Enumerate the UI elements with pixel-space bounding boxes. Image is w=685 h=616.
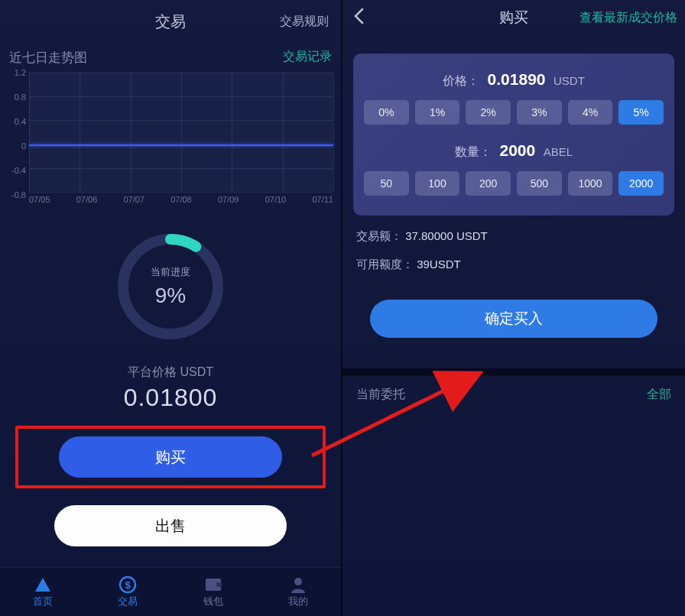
tab-label: 我的 xyxy=(288,595,308,608)
qty-chips: 50 100 200 500 1000 2000 xyxy=(364,171,664,196)
home-icon xyxy=(33,576,53,593)
price-field-label: 价格： xyxy=(443,74,479,87)
qty-chip-2000[interactable]: 2000 xyxy=(618,171,664,196)
trade-records-link[interactable]: 交易记录 xyxy=(283,49,332,66)
price-chart: 1.2 0.8 0.4 0 -0.4 -0.8 07/05 07/06 xyxy=(0,73,341,210)
percent-chip-5[interactable]: 5% xyxy=(618,100,664,125)
price-value: 0.01800 xyxy=(0,384,341,412)
svg-text:$: $ xyxy=(125,579,131,591)
qty-chip-200[interactable]: 200 xyxy=(466,171,511,196)
avail-value: 39USDT xyxy=(417,258,461,271)
tab-profile[interactable]: 我的 xyxy=(256,568,342,616)
price-field-value: 0.01890 xyxy=(488,70,546,88)
trade-icon: $ xyxy=(118,576,138,593)
percent-chip-2[interactable]: 2% xyxy=(466,100,511,125)
all-orders-link[interactable]: 全部 xyxy=(647,387,671,403)
available-line: 可用额度： 39USDT xyxy=(356,258,671,272)
amount-value: 37.80000 USDT xyxy=(405,229,488,242)
progress-section: 当前进度 9% xyxy=(0,230,341,343)
progress-value: 9% xyxy=(155,284,186,308)
buy-button-highlight: 购买 xyxy=(15,426,326,488)
qty-chip-50[interactable]: 50 xyxy=(364,171,409,196)
latest-price-link[interactable]: 查看最新成交价格 xyxy=(579,10,677,26)
percent-chip-1[interactable]: 1% xyxy=(415,100,460,125)
price-row: 价格： 0.01890 USDT xyxy=(364,70,664,89)
section-divider xyxy=(342,368,685,376)
current-orders-label: 当前委托 xyxy=(356,387,405,403)
qty-field-unit: ABEL xyxy=(544,145,573,158)
profile-icon xyxy=(288,576,308,593)
chart-y-axis: 1.2 0.8 0.4 0 -0.4 -0.8 xyxy=(5,73,28,195)
back-button[interactable] xyxy=(353,8,364,28)
tab-home[interactable]: 首页 xyxy=(0,568,86,616)
left-header: 交易 交易规则 xyxy=(0,0,341,43)
qty-chip-100[interactable]: 100 xyxy=(415,171,460,196)
orders-header: 当前委托 全部 xyxy=(342,376,685,413)
svg-rect-5 xyxy=(216,582,222,587)
percent-chips: 0% 1% 2% 3% 4% 5% xyxy=(364,100,664,125)
tab-label: 首页 xyxy=(33,595,53,608)
buy-button[interactable]: 购买 xyxy=(59,436,282,478)
right-header: 购买 查看最新成交价格 xyxy=(342,0,685,35)
wallet-icon xyxy=(203,576,223,593)
trade-amount-line: 交易额： 37.80000 USDT xyxy=(356,229,671,244)
chart-plot-area xyxy=(29,73,333,192)
progress-label: 当前进度 xyxy=(151,265,190,279)
page-title: 交易 xyxy=(155,11,186,32)
price-block: 平台价格 USDT 0.01800 xyxy=(0,365,341,412)
sell-button[interactable]: 出售 xyxy=(54,505,286,546)
price-field-unit: USDT xyxy=(554,74,585,87)
chart-series-line xyxy=(29,144,333,146)
order-card: 价格： 0.01890 USDT 0% 1% 2% 3% 4% 5% 数量： 2… xyxy=(353,53,674,216)
chart-title: 近七日走势图 xyxy=(9,49,87,66)
progress-ring: 当前进度 9% xyxy=(114,230,227,343)
tab-wallet[interactable]: 钱包 xyxy=(170,568,256,616)
qty-field-label: 数量： xyxy=(455,145,492,158)
bottom-tabbar: 首页 $ 交易 钱包 我的 xyxy=(0,567,341,616)
chart-x-axis: 07/05 07/06 07/07 07/08 07/09 07/10 07/1… xyxy=(29,195,333,204)
confirm-buy-button[interactable]: 确定买入 xyxy=(370,300,657,338)
amount-label: 交易额： xyxy=(356,229,402,242)
chevron-left-icon xyxy=(353,8,364,24)
qty-chip-1000[interactable]: 1000 xyxy=(568,171,613,196)
qty-field-value: 2000 xyxy=(499,141,535,159)
tab-label: 交易 xyxy=(118,595,138,608)
percent-chip-4[interactable]: 4% xyxy=(568,100,613,125)
sub-header: 近七日走势图 交易记录 xyxy=(0,43,341,73)
percent-chip-0[interactable]: 0% xyxy=(364,100,409,125)
price-label: 平台价格 USDT xyxy=(0,365,341,381)
tab-trade[interactable]: $ 交易 xyxy=(86,568,171,616)
avail-label: 可用额度： xyxy=(356,258,414,271)
quantity-row: 数量： 2000 ABEL xyxy=(364,141,664,160)
qty-chip-500[interactable]: 500 xyxy=(517,171,562,196)
rules-link[interactable]: 交易规则 xyxy=(280,14,329,30)
tab-label: 钱包 xyxy=(203,595,223,608)
percent-chip-3[interactable]: 3% xyxy=(517,100,562,125)
svg-point-6 xyxy=(294,578,302,585)
